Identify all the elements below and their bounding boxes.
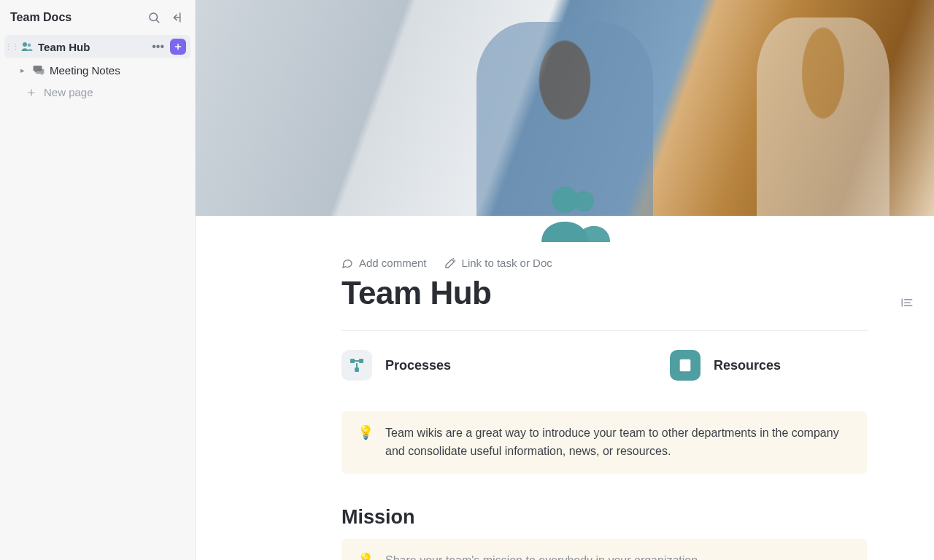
book-icon [670,350,700,381]
add-subpage-button[interactable] [170,39,186,55]
sidebar-title: Team Docs [10,11,72,24]
tile-processes[interactable]: Processes [341,350,451,381]
search-icon[interactable] [147,10,161,25]
flowchart-icon [341,350,372,381]
tile-resources[interactable]: Resources [670,350,781,381]
chevron-right-icon[interactable]: ▸ [20,66,28,75]
callout-mission[interactable]: 💡 Share your team's mission to everybody… [341,539,867,560]
sidebar-item-label: Team Hub [38,41,146,53]
tile-label: Resources [714,358,781,373]
sidebar-item-team-hub[interactable]: ⋮⋮ Team Hub ••• [4,35,190,58]
svg-rect-20 [682,362,688,363]
page-meta-actions: Add comment Link to task or Doc [341,257,883,269]
svg-point-11 [574,191,594,211]
link-tiles: Processes Resources [341,350,883,381]
comments-icon [32,63,45,77]
plus-icon [26,88,36,98]
sidebar-header-actions [147,10,185,25]
mission-placeholder: Share your team's mission to everybody i… [385,552,698,560]
link-task-label: Link to task or Doc [462,257,552,269]
tile-label: Processes [385,358,451,373]
lightbulb-icon: 💡 [358,553,374,560]
svg-point-5 [28,44,31,47]
main: Add comment Link to task or Doc Team Hub… [196,0,934,560]
svg-point-4 [23,42,27,47]
drag-handle-icon[interactable]: ⋮⋮ [7,42,16,52]
new-page-button[interactable]: New page [4,82,190,103]
page-content: Add comment Link to task or Doc Team Hub… [196,216,934,560]
link-task-button[interactable]: Link to task or Doc [444,257,552,269]
collapse-sidebar-icon[interactable] [170,10,185,25]
wand-icon [444,257,456,269]
svg-rect-16 [350,359,355,363]
heading-mission[interactable]: Mission [341,506,883,529]
new-page-label: New page [44,86,93,98]
svg-point-0 [150,13,158,21]
svg-rect-21 [682,365,688,366]
sidebar-item-label: Meeting Notes [50,64,186,77]
callout-tip[interactable]: 💡 Team wikis are a great way to introduc… [341,411,867,474]
svg-rect-18 [355,368,359,372]
sidebar-list: ⋮⋮ Team Hub ••• ⋮⋮ ▸ Meeting Notes [0,34,195,103]
group-icon [20,40,34,53]
callout-text: Team wikis are a great way to introduce … [385,424,851,461]
svg-line-1 [156,20,158,22]
add-comment-label: Add comment [359,257,427,269]
sidebar-header: Team Docs [0,10,195,34]
sidebar: Team Docs ⋮⋮ Team Hub ••• [0,0,196,560]
lightbulb-icon: 💡 [358,426,374,439]
more-options-icon[interactable]: ••• [150,41,166,52]
page-title[interactable]: Team Hub [341,275,883,311]
svg-rect-17 [359,359,363,363]
sidebar-item-meeting-notes[interactable]: ⋮⋮ ▸ Meeting Notes [4,58,190,82]
comment-icon [341,257,353,269]
add-comment-button[interactable]: Add comment [341,257,427,269]
divider [341,330,868,331]
